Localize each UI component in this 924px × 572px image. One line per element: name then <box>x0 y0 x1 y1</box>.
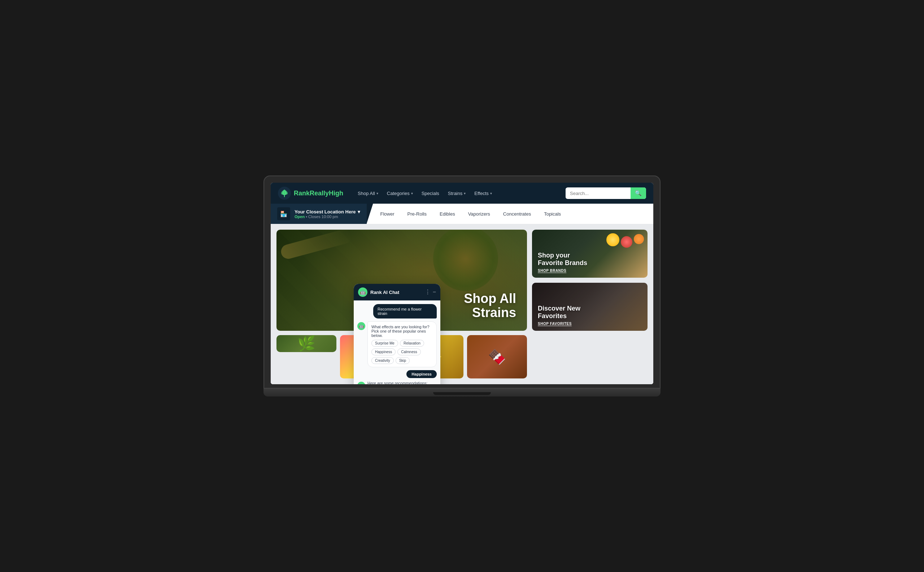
chip-happiness[interactable]: Happiness <box>371 348 395 355</box>
nav-items: Shop All ▾ Categories ▾ Specials Strains… <box>354 188 558 198</box>
location-section: 🏪 Your Closest Location Here ▾ Open • Cl… <box>271 204 367 224</box>
promo-favorites-title: Discover NewFavorites <box>538 305 580 320</box>
chip-skip[interactable]: Skip <box>395 357 410 364</box>
cat-topicals[interactable]: Topicals <box>538 208 567 219</box>
chat-controls: ⋮ − <box>425 289 436 295</box>
chat-more-button[interactable]: ⋮ <box>425 289 431 295</box>
promo-card-favorites[interactable]: Discover NewFavorites SHOP FAVORITES <box>532 283 648 331</box>
logo-text: RankReallyHigh <box>294 190 343 197</box>
search-input[interactable] <box>566 188 631 199</box>
cat-flower[interactable]: Flower <box>374 208 401 219</box>
location-bar: 🏪 Your Closest Location Here ▾ Open • Cl… <box>271 204 653 224</box>
screen-bezel: RankReallyHigh Shop All ▾ Categories ▾ S… <box>264 176 660 389</box>
promo-card-brands[interactable]: Shop yourFavorite Brands SHOP BRANDS <box>532 230 648 278</box>
chip-surprise[interactable]: Surprise Me <box>371 340 398 347</box>
chat-header: 🤖 Rank AI Chat ⋮ − <box>354 284 440 300</box>
promo-brands-content: Shop yourFavorite Brands SHOP BRANDS <box>538 252 587 273</box>
laptop-screen: RankReallyHigh Shop All ▾ Categories ▾ S… <box>271 183 653 384</box>
location-text: Your Closest Location Here ▾ Open • Clos… <box>295 209 360 219</box>
right-column: Shop yourFavorite Brands SHOP BRANDS Dis… <box>532 230 648 378</box>
promo-brands-link[interactable]: SHOP BRANDS <box>538 269 587 273</box>
chat-widget: 🤖 Rank AI Chat ⋮ − Recommend me a flower… <box>354 284 440 384</box>
navbar: RankReallyHigh Shop All ▾ Categories ▾ S… <box>271 183 653 204</box>
location-name[interactable]: Your Closest Location Here ▾ <box>295 209 360 214</box>
cat-prerolls[interactable]: Pre-Rolls <box>401 208 433 219</box>
chat-title: Rank AI Chat <box>371 290 422 295</box>
user-message-bubble: Recommend me a flower strain <box>373 304 437 319</box>
effect-chips: Surprise Me Relaxation Happiness Calmnes… <box>371 340 433 364</box>
logo-area[interactable]: RankReallyHigh <box>278 187 343 200</box>
product-card-flower[interactable]: 🌿 <box>276 335 336 352</box>
bot-recommendations-avatar: 🤖 <box>357 382 365 384</box>
location-chevron-icon: ▾ <box>358 209 360 214</box>
nav-strains[interactable]: Strains ▾ <box>444 188 469 198</box>
promo-favorites-content: Discover NewFavorites SHOP FAVORITES <box>538 305 580 326</box>
chip-relaxation[interactable]: Relaxation <box>400 340 424 347</box>
search-button[interactable]: 🔍 <box>631 187 646 199</box>
promo-favorites-link[interactable]: SHOP FAVORITES <box>538 322 580 326</box>
bot-recommendations-row: 🤖 Here are some recommendations: 🌿 Brand… <box>357 381 437 384</box>
promo-brands-imagery <box>606 233 644 248</box>
chat-body: Recommend me a flower strain 🤖 What effe… <box>354 300 440 384</box>
nav-categories[interactable]: Categories ▾ <box>383 188 417 198</box>
location-status: Open • Closes 10:00 pm <box>295 214 360 219</box>
cat-vaporizers[interactable]: Vaporizers <box>462 208 497 219</box>
chip-creativity[interactable]: Creativity <box>371 357 394 364</box>
category-nav: Flower Pre-Rolls Edibles Vaporizers Conc… <box>367 204 653 224</box>
laptop-frame: RankReallyHigh Shop All ▾ Categories ▾ S… <box>264 176 660 396</box>
effects-chevron-icon: ▾ <box>490 191 492 195</box>
chip-calmness[interactable]: Calmness <box>397 348 420 355</box>
store-icon: 🏪 <box>277 207 290 220</box>
hero-title-line1: Shop All <box>464 291 516 306</box>
bot-question-text: What effects are you looking for? Pick o… <box>371 325 433 337</box>
logo-icon <box>278 187 291 200</box>
cat-edibles[interactable]: Edibles <box>433 208 462 219</box>
hero-text: Shop All Strains <box>464 291 516 320</box>
search-bar: 🔍 <box>566 187 646 199</box>
nav-shop-all[interactable]: Shop All ▾ <box>354 188 382 198</box>
main-content: Shop All Strains 🌿 🍬 ✨ 🍫 <box>271 224 653 384</box>
bot-recommendations-content: Here are some recommendations: 🌿 Brand N… <box>367 381 439 384</box>
bot-recommendations-label: Here are some recommendations: <box>367 381 439 384</box>
product-card-brownie[interactable]: 🍫 <box>467 335 527 378</box>
chat-bot-avatar: 🤖 <box>358 288 367 297</box>
laptop-notch <box>433 392 491 395</box>
nav-effects[interactable]: Effects ▾ <box>471 188 496 198</box>
laptop-base <box>264 389 660 396</box>
shop-all-chevron-icon: ▾ <box>377 191 378 195</box>
nav-specials[interactable]: Specials <box>418 188 443 198</box>
chat-minimize-button[interactable]: − <box>433 289 436 295</box>
strains-chevron-icon: ▾ <box>464 191 466 195</box>
bot-avatar-icon: 🤖 <box>357 322 365 330</box>
bot-question-row: 🤖 What effects are you looking for? Pick… <box>357 322 437 367</box>
bot-question-bubble: What effects are you looking for? Pick o… <box>367 322 437 367</box>
promo-brands-title: Shop yourFavorite Brands <box>538 252 587 267</box>
selected-chip: Happiness <box>406 370 437 378</box>
categories-chevron-icon: ▾ <box>411 191 413 195</box>
svg-rect-1 <box>284 195 285 197</box>
search-icon: 🔍 <box>635 190 642 196</box>
cat-concentrates[interactable]: Concentrates <box>497 208 538 219</box>
hero-title-line2: Strains <box>464 306 516 320</box>
